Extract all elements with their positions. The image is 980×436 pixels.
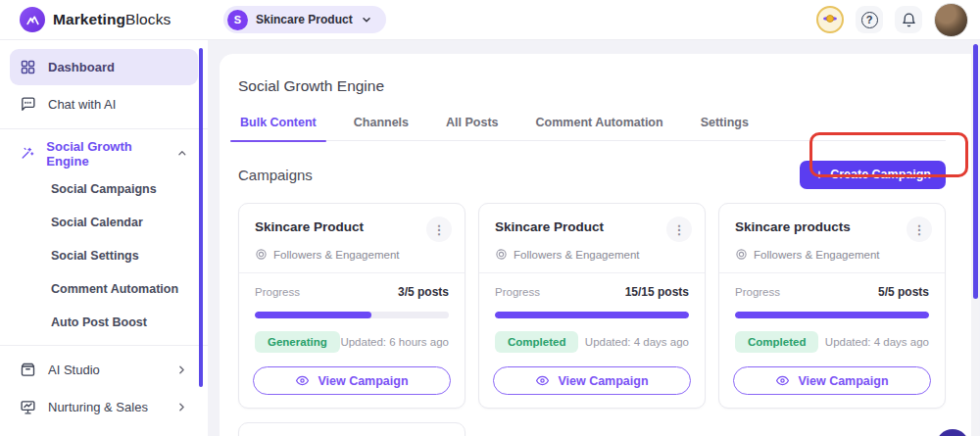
campaign-card: Skincare Product ⋮ Followers & Engagemen… bbox=[238, 203, 466, 409]
updated-timestamp: Updated: 6 hours ago bbox=[340, 336, 449, 348]
sidebar-subitem-label: Social Settings bbox=[51, 249, 139, 263]
sidebar-subitem-auto-post-boost[interactable]: Auto Post Boost bbox=[0, 306, 208, 339]
progress-value: 3/5 posts bbox=[398, 285, 449, 299]
workspace-initial-badge: S bbox=[227, 10, 248, 30]
progress-label: Progress bbox=[735, 286, 780, 298]
progress-label: Progress bbox=[495, 286, 540, 298]
campaign-goal-label: Followers & Engagement bbox=[514, 249, 639, 261]
sidebar-scrollbar-thumb[interactable] bbox=[199, 48, 203, 387]
brand: MarketingBlocks bbox=[0, 7, 208, 32]
card-header: Skincare products ⋮ bbox=[719, 204, 945, 242]
sidebar-item-chat-with-ai[interactable]: Chat with AI bbox=[10, 86, 198, 122]
workspace-name: Skincare Product bbox=[256, 13, 353, 26]
brand-name-bold: Marketing bbox=[53, 11, 125, 27]
card-menu-button[interactable]: ⋮ bbox=[426, 217, 452, 242]
main-scrollbar-thumb[interactable] bbox=[973, 44, 978, 299]
sidebar-subitem-comment-automation[interactable]: Comment Automation bbox=[0, 272, 208, 306]
presentation-screen-icon bbox=[20, 399, 36, 415]
view-campaign-button[interactable]: View Campaign bbox=[253, 366, 451, 395]
notifications-bell-icon[interactable] bbox=[895, 6, 922, 33]
sidebar-item-ai-studio[interactable]: AI Studio bbox=[10, 352, 198, 388]
tab-comment-automation[interactable]: Comment Automation bbox=[534, 116, 665, 140]
campaigns-header-row: Campaigns + Create Campaign bbox=[238, 160, 946, 189]
campaign-title: Skincare products bbox=[735, 217, 851, 234]
sidebar-divider bbox=[0, 345, 208, 346]
page-title: Social Growth Engine bbox=[238, 77, 946, 95]
view-campaign-label: View Campaign bbox=[798, 374, 888, 388]
topbar-actions: ? bbox=[816, 3, 980, 37]
view-campaign-button[interactable]: View Campaign bbox=[733, 366, 931, 395]
studio-box-icon bbox=[20, 362, 36, 378]
progress-bar-fill bbox=[255, 312, 371, 318]
magic-wand-icon bbox=[20, 145, 34, 162]
sidebar-subitem-label: Auto Post Boost bbox=[51, 315, 147, 329]
eye-icon bbox=[295, 373, 310, 388]
create-campaign-label: Create Campaign bbox=[830, 168, 931, 181]
progress-row: Progress 3/5 posts bbox=[239, 273, 465, 299]
view-campaign-label: View Campaign bbox=[318, 374, 408, 388]
create-campaign-button[interactable]: + Create Campaign bbox=[800, 161, 946, 189]
main-panel: Social Growth Engine Bulk Content Channe… bbox=[220, 54, 978, 436]
help-icon[interactable]: ? bbox=[856, 6, 883, 33]
sidebar-item-label: Nurturing & Sales bbox=[48, 400, 148, 414]
sidebar-subitem-social-campaigns[interactable]: Social Campaigns bbox=[0, 172, 208, 206]
campaign-title: Skincare Product bbox=[495, 217, 604, 234]
dashboard-grid-icon bbox=[20, 59, 36, 75]
status-row: Completed Updated: 4 days ago bbox=[495, 331, 689, 353]
sidebar-item-dashboard[interactable]: Dashboard bbox=[10, 49, 198, 85]
user-avatar[interactable] bbox=[934, 3, 968, 37]
status-row: Completed Updated: 4 days ago bbox=[735, 331, 929, 353]
brand-name-regular: Blocks bbox=[125, 11, 171, 27]
sidebar-item-label: AI Studio bbox=[48, 363, 100, 377]
status-badge: Completed bbox=[735, 331, 818, 353]
card-menu-button[interactable]: ⋮ bbox=[666, 217, 692, 242]
sidebar-item-social-growth-engine[interactable]: Social Growth Engine bbox=[10, 135, 198, 171]
card-header: Skincare product ⋮ bbox=[239, 423, 465, 436]
help-glyph: ? bbox=[861, 12, 878, 28]
sidebar-divider bbox=[0, 128, 208, 129]
view-campaign-label: View Campaign bbox=[558, 374, 648, 388]
sidebar-subitem-social-calendar[interactable]: Social Calendar bbox=[0, 206, 208, 239]
sidebar: Dashboard Chat with AI Social Growth Eng… bbox=[0, 40, 208, 436]
plus-icon: + bbox=[814, 166, 823, 182]
card-header: Skincare Product ⋮ bbox=[479, 204, 705, 242]
chevron-right-icon bbox=[175, 363, 188, 376]
goal-target-icon bbox=[255, 248, 268, 261]
sidebar-item-label: Chat with AI bbox=[48, 97, 116, 112]
progress-value: 5/5 posts bbox=[878, 285, 929, 299]
sidebar-subitem-social-settings[interactable]: Social Settings bbox=[0, 239, 208, 272]
achievement-badge-icon[interactable] bbox=[816, 6, 844, 33]
workspace-selector[interactable]: S Skincare Product bbox=[223, 6, 386, 33]
updated-timestamp: Updated: 4 days ago bbox=[825, 336, 929, 348]
chevron-down-icon bbox=[361, 14, 372, 25]
campaign-goal-label: Followers & Engagement bbox=[273, 249, 399, 261]
status-badge: Completed bbox=[495, 331, 578, 353]
tab-settings[interactable]: Settings bbox=[699, 116, 751, 140]
chevron-up-icon bbox=[176, 147, 188, 160]
tab-bulk-content[interactable]: Bulk Content bbox=[238, 116, 318, 140]
progress-bar-track bbox=[255, 312, 449, 318]
eye-icon bbox=[775, 373, 790, 388]
chat-bubble-icon bbox=[20, 96, 36, 113]
progress-bar-track bbox=[495, 312, 689, 318]
card-menu-button[interactable]: ⋮ bbox=[906, 217, 932, 242]
status-badge: Generating bbox=[255, 331, 340, 353]
campaign-goal-label: Followers & Engagement bbox=[754, 249, 879, 261]
view-campaign-button[interactable]: View Campaign bbox=[493, 366, 691, 395]
sidebar-subitem-label: Social Campaigns bbox=[51, 182, 157, 196]
tab-all-posts[interactable]: All Posts bbox=[444, 116, 501, 140]
brand-name: MarketingBlocks bbox=[53, 11, 171, 28]
sidebar-subitem-label: Comment Automation bbox=[51, 282, 178, 296]
sidebar-item-nurturing-sales[interactable]: Nurturing & Sales bbox=[10, 389, 198, 425]
sidebar-item-chatbot-builder[interactable]: ChatBot Builder bbox=[10, 426, 198, 436]
progress-label: Progress bbox=[255, 286, 300, 298]
chevron-right-icon bbox=[175, 401, 188, 413]
marketingblocks-logo-icon bbox=[20, 7, 45, 32]
sidebar-subitem-label: Social Calendar bbox=[51, 216, 143, 229]
progress-value: 15/15 posts bbox=[625, 285, 689, 299]
campaigns-heading: Campaigns bbox=[238, 167, 313, 183]
campaign-title: Skincare Product bbox=[255, 217, 364, 234]
tab-channels[interactable]: Channels bbox=[352, 116, 411, 140]
progress-bar-track bbox=[735, 312, 929, 318]
campaign-card: Skincare products ⋮ Followers & Engageme… bbox=[718, 203, 946, 409]
